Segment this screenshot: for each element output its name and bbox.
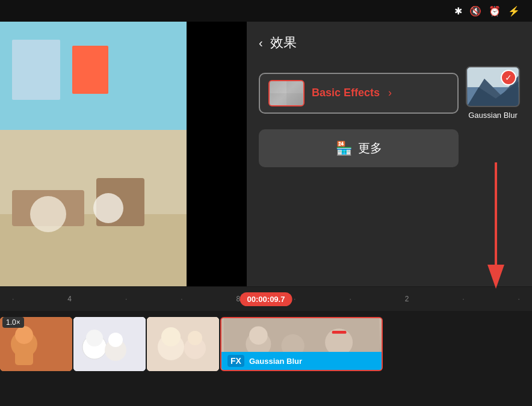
svg-point-30 bbox=[161, 327, 181, 346]
volume-icon: 🔇 bbox=[469, 5, 481, 17]
svg-point-21 bbox=[15, 326, 33, 344]
ruler-mark-2: 2 bbox=[405, 295, 409, 303]
svg-rect-22 bbox=[15, 350, 33, 365]
svg-point-7 bbox=[30, 196, 66, 232]
alarm-icon: ⏰ bbox=[489, 5, 501, 17]
svg-rect-12 bbox=[286, 93, 303, 105]
effects-header: ‹ 效果 bbox=[259, 34, 520, 52]
clip-4-selected[interactable]: FX Gaussian Blur bbox=[220, 317, 383, 371]
ruler-dot: · bbox=[125, 295, 127, 303]
more-label: 更多 bbox=[358, 140, 382, 156]
track-row: 1.0× bbox=[0, 311, 532, 377]
battery-icon: ⚡ bbox=[508, 5, 520, 17]
ruler-dot: · bbox=[462, 295, 464, 303]
fx-effect-bar: FX Gaussian Blur bbox=[221, 352, 382, 370]
svg-point-35 bbox=[249, 326, 268, 345]
fx-label: Gaussian Blur bbox=[249, 357, 302, 366]
svg-point-32 bbox=[188, 331, 202, 345]
preview-panel bbox=[0, 22, 247, 286]
ruler-dot: · bbox=[349, 295, 351, 303]
ruler-dot: · bbox=[518, 295, 520, 303]
track-clips: FX Gaussian Blur bbox=[0, 317, 532, 371]
selected-check-badge: ✓ bbox=[501, 70, 516, 85]
gaussian-blur-label: Gaussian Blur bbox=[468, 111, 518, 120]
timecode-badge: 00:00:09.7 bbox=[240, 292, 292, 306]
clip-3[interactable] bbox=[147, 317, 219, 371]
fx-icon: FX bbox=[227, 355, 244, 367]
preview-image bbox=[0, 22, 247, 286]
store-icon: 🏪 bbox=[336, 141, 352, 156]
ruler-dot: · bbox=[12, 295, 14, 303]
svg-rect-10 bbox=[270, 81, 303, 105]
bluetooth-icon: ✱ bbox=[454, 5, 462, 17]
timeline-ruler: · 4 · · 8 · 00:00:09.7 · 2 · · bbox=[0, 287, 532, 311]
track-label: 1.0× bbox=[2, 317, 24, 328]
chevron-right-icon: › bbox=[388, 87, 392, 99]
gaussian-blur-item[interactable]: ✓ Gaussian Blur bbox=[466, 66, 520, 120]
basic-effects-card[interactable]: Basic Effects › bbox=[259, 73, 459, 114]
svg-rect-3 bbox=[12, 40, 60, 100]
svg-point-25 bbox=[86, 330, 103, 346]
clip-2[interactable] bbox=[73, 317, 146, 371]
svg-point-8 bbox=[93, 193, 123, 223]
effects-title: 效果 bbox=[270, 34, 297, 52]
svg-rect-11 bbox=[270, 81, 286, 93]
ruler-dot: · bbox=[181, 295, 182, 303]
ruler-dot: · bbox=[294, 295, 295, 303]
basic-effects-thumbnail bbox=[268, 80, 305, 106]
more-effects-button[interactable]: 🏪 更多 bbox=[259, 129, 459, 167]
ruler-mark-4: 4 bbox=[67, 295, 72, 303]
gaussian-blur-thumbnail: ✓ bbox=[466, 66, 520, 107]
timeline-area: · 4 · · 8 · 00:00:09.7 · 2 · · 1.0× bbox=[0, 287, 532, 406]
effects-row: Basic Effects › bbox=[259, 66, 520, 120]
back-button[interactable]: ‹ bbox=[259, 36, 263, 50]
basic-effects-label: Basic Effects bbox=[312, 87, 380, 99]
status-bar: ✱ 🔇 ⏰ ⚡ bbox=[0, 0, 532, 22]
svg-rect-4 bbox=[72, 46, 108, 94]
effects-panel: ‹ 效果 Basic Effects › bbox=[247, 22, 532, 286]
ruler-dots: · 4 · · 8 · 00:00:09.7 · 2 · · bbox=[12, 295, 520, 303]
svg-point-27 bbox=[108, 333, 123, 347]
svg-rect-38 bbox=[332, 331, 347, 334]
svg-rect-9 bbox=[187, 22, 247, 286]
